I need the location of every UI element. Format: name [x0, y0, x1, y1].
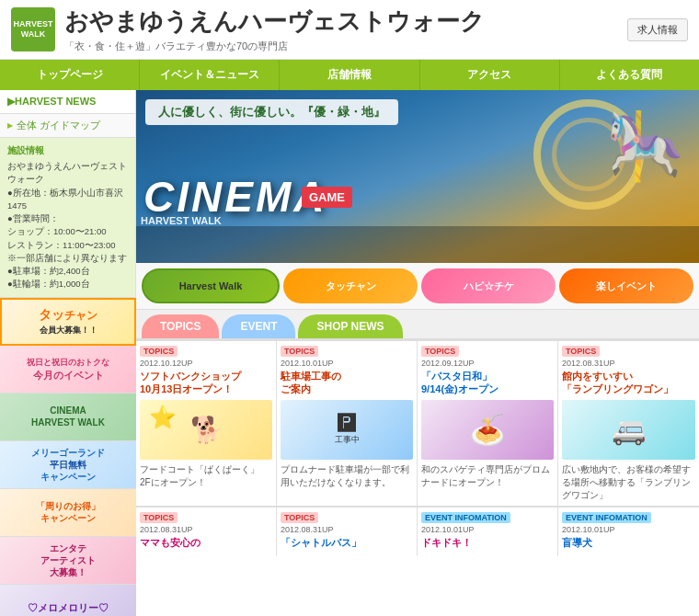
sidebar-banners: タッチャン 会員大募集！！ 祝日と祝日のおトクな 今月のイベント CINEMAH…: [0, 298, 136, 617]
guide-map-link[interactable]: 全体 ガイドマップ: [0, 114, 135, 138]
news-date-4: 2012.08.31UP: [140, 525, 272, 534]
banner-melo-text: ♡メロメロリー♡: [24, 598, 112, 616]
news-date-7: 2012.10.01UP: [562, 525, 695, 534]
nav-top[interactable]: トップページ: [0, 60, 140, 90]
news-title-4: ママも安心の: [140, 536, 272, 549]
news-date-6: 2012.10.01UP: [421, 525, 554, 534]
facility-line-6: ●駐車場：約2,400台: [7, 265, 128, 278]
news-date-2: 2012.09.12UP: [421, 359, 554, 368]
banner-cinema-text: CINEMAHARVEST WALK: [28, 401, 109, 432]
nav-shops[interactable]: 店舗情報: [280, 60, 419, 90]
tab-topics[interactable]: TOPICS: [142, 314, 219, 338]
banner-okoku-text: 「周りのお得」キャンペーン: [32, 496, 104, 528]
news-title-7: 盲導犬: [562, 536, 695, 549]
nav-faq[interactable]: よくある質問: [560, 60, 699, 90]
sidebar: ▶HARVEST NEWS 全体 ガイドマップ 施設情報 おやまゆうえんハーヴェ…: [0, 90, 136, 616]
news-img-1: 🅿 工事中: [281, 400, 413, 460]
banner-tanchan[interactable]: タッチャン 会員大募集！！: [0, 298, 136, 346]
news-body-1: プロムナード駐車場が一部で利用いただけなくなります。: [281, 463, 413, 489]
hero-tagline: 人に優しく、街に優しい。『優・緑・地』: [145, 99, 398, 125]
banner-tanchan-text: タッチャン 会員大募集！！: [35, 302, 101, 340]
facility-line-7: ●駐輪場：約1,000台: [7, 278, 128, 291]
banner-event-text: 祝日と祝日のおトクな 今月のイベント: [23, 352, 113, 385]
quick-harvest-walk[interactable]: Harvest Walk: [142, 268, 280, 303]
news-grid-row2: TOPICS 2012.08.31UP ママも安心の TOPICS 2012.0…: [136, 506, 699, 556]
site-subtitle: 「衣・食・住＋遊」バラエティ豊かな70の専門店: [64, 40, 485, 53]
news-tag-7: EVENT INFOMATION: [562, 512, 651, 523]
header: HARVEST WALK おやまゆうえんハーヴェストウォーク 「衣・食・住＋遊」…: [0, 0, 699, 60]
news-tag-1: TOPICS: [281, 346, 318, 357]
news-tag-2: TOPICS: [421, 346, 459, 357]
banner-okoku[interactable]: 「周りのお得」キャンペーン: [0, 489, 136, 537]
quick-tanchan[interactable]: タッチャン: [283, 268, 418, 303]
news-item-5: TOPICS 2012.08.31UP 「シャトルバス」: [277, 508, 418, 556]
site-name-block: おやまゆうえんハーヴェストウォーク 「衣・食・住＋遊」バラエティ豊かな70の専門…: [64, 6, 485, 53]
facility-line-3: ショップ：10:00〜21:00: [7, 225, 128, 238]
facility-line-2: ●営業時間：: [7, 212, 128, 225]
banner-monthly-event[interactable]: 祝日と祝日のおトクな 今月のイベント: [0, 346, 136, 394]
banner-enter-text: エンタテアーティスト大募集！: [37, 539, 99, 582]
cinema-text: CINEMA: [143, 172, 327, 222]
news-tag-6: EVENT INFOMATION: [421, 512, 510, 523]
news-date-5: 2012.08.31UP: [281, 525, 413, 534]
news-tag-0: TOPICS: [140, 346, 178, 357]
site-title: おやまゆうえんハーヴェストウォーク: [64, 6, 485, 38]
news-item-7: EVENT INFOMATION 2012.10.01UP 盲導犬: [558, 508, 699, 556]
news-item-1: TOPICS 2012.10.01UP 駐車場工事のご案内 🅿 工事中 プロムナ…: [277, 341, 418, 506]
banner-entertainer[interactable]: エンタテアーティスト大募集！: [0, 537, 136, 585]
news-tag-5: TOPICS: [281, 512, 318, 523]
facility-line-0: おやまゆうえんハーヴェストウォーク: [7, 160, 128, 187]
news-date-3: 2012.08.31UP: [562, 359, 695, 368]
content-wrapper: ▶HARVEST NEWS 全体 ガイドマップ 施設情報 おやまゆうえんハーヴェ…: [0, 90, 699, 616]
news-title-0: ソフトバンクショップ10月13日オープン！: [140, 370, 272, 396]
tab-shop-news[interactable]: SHOP NEWS: [298, 314, 402, 338]
quick-event[interactable]: 楽しイベント: [559, 268, 693, 303]
nav-access[interactable]: アクセス: [420, 60, 560, 90]
news-title-2: 「パスタ日和」9/14(金)オープン: [421, 370, 554, 396]
harvest-news-section: ▶HARVEST NEWS: [0, 90, 135, 114]
banner-cinema[interactable]: CINEMAHARVEST WALK: [0, 394, 136, 441]
news-body-3: 広い敷地内で、お客様の希望する場所へ移動する「ランブリングワゴン」: [562, 463, 695, 502]
news-tag-4: TOPICS: [140, 512, 178, 523]
news-item-2: TOPICS 2012.09.12UP 「パスタ日和」9/14(金)オープン 🍝…: [418, 341, 558, 506]
news-body-0: フードコート「ぱくぱーく」 2Fにオープン！: [140, 463, 272, 489]
harvest-news-title: ▶HARVEST NEWS: [7, 96, 96, 107]
news-date-1: 2012.10.01UP: [281, 359, 413, 368]
main-nav: トップページ イベント＆ニュース 店舗情報 アクセス よくある質問: [0, 60, 699, 90]
news-title-6: ドキドキ！: [421, 536, 554, 549]
news-img-3: 🚐: [562, 400, 695, 460]
news-img-0: 🐕 ⭐: [140, 400, 272, 460]
banner-melo[interactable]: ♡メロメロリー♡: [0, 585, 136, 617]
news-img-2: 🍝: [421, 400, 554, 460]
logo-icon: HARVEST WALK: [11, 7, 55, 51]
banner-merry-go-round[interactable]: メリーゴーランド 平日無料 キャンペーン: [0, 441, 136, 489]
news-grid-row1: TOPICS 2012.10.12UP ソフトバンクショップ10月13日オープン…: [136, 340, 699, 506]
game-sign: GAME: [302, 187, 352, 208]
harvest-walk-sign: HARVEST WALK: [141, 215, 222, 226]
news-item-3: TOPICS 2012.08.31UP 館内をすいすい「ランブリングワゴン」 🚐…: [558, 341, 699, 506]
tab-bar: TOPICS EVENT SHOP NEWS: [136, 310, 699, 340]
facility-info: 施設情報 おやまゆうえんハーヴェストウォーク ●所在地：栃木県小山市喜沢1475…: [0, 138, 135, 298]
tab-event[interactable]: EVENT: [222, 314, 295, 338]
facility-title: 施設情報: [7, 143, 128, 157]
news-item-0: TOPICS 2012.10.12UP ソフトバンクショップ10月13日オープン…: [136, 341, 277, 506]
job-info-button[interactable]: 求人情報: [627, 18, 688, 41]
news-title-1: 駐車場工事のご案内: [281, 370, 413, 396]
quick-hapi-ticket[interactable]: ハピ☆チケ: [421, 268, 556, 303]
guide-map-label: 全体 ガイドマップ: [17, 119, 100, 132]
hero-banner: 🎠 CINEMA GAME 人に優しく、街に優しい。『優・緑・地』 HARVES…: [136, 90, 699, 263]
news-body-2: 和のスパゲティ専門店がプロムナードにオープン！: [421, 463, 554, 489]
nav-events[interactable]: イベント＆ニュース: [140, 60, 280, 90]
facility-line-4: レストラン：11:00〜23:00: [7, 239, 128, 252]
news-title-3: 館内をすいすい「ランブリングワゴン」: [562, 370, 695, 396]
quick-links: Harvest Walk タッチャン ハピ☆チケ 楽しイベント: [136, 263, 699, 310]
logo-area: HARVEST WALK おやまゆうえんハーヴェストウォーク 「衣・食・住＋遊」…: [11, 6, 485, 53]
facility-line-5: ※一部店舗により異なります: [7, 252, 128, 265]
news-item-6: EVENT INFOMATION 2012.10.01UP ドキドキ！: [418, 508, 558, 556]
news-title-5: 「シャトルバス」: [281, 536, 413, 549]
main-content: 🎠 CINEMA GAME 人に優しく、街に優しい。『優・緑・地』 HARVES…: [136, 90, 699, 616]
banner-merry-text: メリーゴーランド 平日無料 キャンペーン: [28, 443, 109, 486]
facility-line-1: ●所在地：栃木県小山市喜沢1475: [7, 187, 128, 213]
news-item-4: TOPICS 2012.08.31UP ママも安心の: [136, 508, 277, 556]
news-date-0: 2012.10.12UP: [140, 359, 272, 368]
